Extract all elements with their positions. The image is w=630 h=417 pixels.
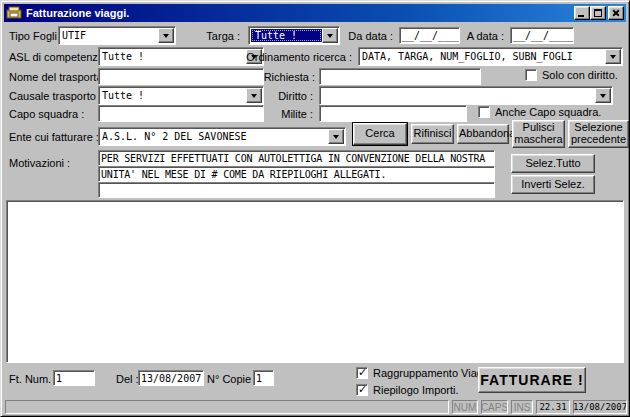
diritto-combo[interactable] xyxy=(319,86,613,105)
n-copie-input[interactable]: 1 xyxy=(253,370,274,386)
window-controls xyxy=(574,6,624,20)
motivazioni-line2-input[interactable]: UNITA' NEL MESE DI # COME DA RIEPILOGHI … xyxy=(98,166,495,182)
ft-num-label: Ft. Num. : xyxy=(9,373,57,385)
status-num: NUM xyxy=(452,400,478,414)
selezione-precedente-button[interactable]: Selezione precedente xyxy=(568,120,629,148)
status-time: 22.31 xyxy=(536,400,570,414)
milite-label: Milite : xyxy=(281,108,313,120)
minimize-button[interactable] xyxy=(574,6,590,20)
inverti-selez-button[interactable]: Inverti Selez. xyxy=(511,175,595,194)
checkbox-box[interactable] xyxy=(356,367,368,379)
tipo-fogli-combo[interactable]: UTIF xyxy=(58,26,176,45)
dropdown-arrow-icon[interactable] xyxy=(322,28,338,43)
status-date: 13/08/2007 xyxy=(573,400,627,414)
asl-label: ASL di competenza : xyxy=(9,51,110,63)
pulisci-maschera-button[interactable]: Pulisci maschera xyxy=(512,120,565,148)
dropdown-arrow-icon[interactable] xyxy=(605,49,621,64)
solo-con-diritto-label: Solo con diritto. xyxy=(542,69,618,81)
motivazioni-line1-input[interactable]: PER SERVIZI EFFETTUATI CON AUTOLETTIGA I… xyxy=(98,150,495,166)
status-panel-main xyxy=(5,400,449,414)
riepilogo-importi-checkbox[interactable]: Riepilogo Importi. xyxy=(356,384,459,396)
ente-label: Ente cui fatturare : xyxy=(9,131,99,143)
maximize-icon xyxy=(594,9,602,17)
app-icon xyxy=(6,6,22,20)
titlebar[interactable]: Fatturazione viaggi. xyxy=(4,4,626,22)
del-input[interactable]: 13/08/2007 xyxy=(138,370,204,386)
richiesta-input[interactable] xyxy=(319,68,481,85)
asl-value: Tutte ! xyxy=(102,51,245,63)
maximize-button[interactable] xyxy=(590,6,606,20)
targa-label: Targa : xyxy=(206,30,240,42)
targa-value: Tutte ! xyxy=(251,29,322,42)
anche-capo-squadra-label: Anche Capo squadra. xyxy=(495,106,601,118)
milite-input[interactable] xyxy=(319,105,467,122)
raggruppamento-viaggi-label: Raggruppamento Viaggi. xyxy=(373,367,495,379)
diritto-label: Diritto : xyxy=(278,90,313,102)
tipo-fogli-label: Tipo Fogli : xyxy=(9,30,63,42)
nome-trasportato-input[interactable] xyxy=(98,68,264,85)
ordinamento-combo[interactable]: DATA, TARGA, NUM_FOGLIO, SUBN_FOGLI xyxy=(358,47,623,66)
diritto-value xyxy=(323,90,594,102)
dropdown-arrow-icon[interactable] xyxy=(328,129,344,144)
selez-tutto-button[interactable]: Selez.Tutto xyxy=(511,154,595,173)
riepilogo-importi-label: Riepilogo Importi. xyxy=(373,384,459,396)
n-copie-label: N° Copie : xyxy=(207,373,257,385)
motivazioni-label: Motivazioni : xyxy=(9,157,70,169)
a-data-input[interactable]: __/__/____ xyxy=(510,27,574,44)
ente-value: A.S.L. N° 2 DEL SAVONESE xyxy=(102,131,327,143)
checkbox-box[interactable] xyxy=(525,69,537,81)
da-data-label: Da data : xyxy=(348,30,393,42)
ente-combo[interactable]: A.S.L. N° 2 DEL SAVONESE xyxy=(98,127,346,146)
checkbox-box[interactable] xyxy=(356,384,368,396)
status-caps: CAPS xyxy=(481,400,508,414)
da-data-input[interactable]: __/__/____ xyxy=(399,27,460,44)
checkbox-box[interactable] xyxy=(478,106,490,118)
fatturazione-viaggi-window: Fatturazione viaggi. Tipo Fogli : UTIF T… xyxy=(0,0,630,417)
del-label: Del : xyxy=(116,373,139,385)
causale-trasporto-value: Tutte ! xyxy=(102,90,245,102)
richiesta-label: Richiesta : xyxy=(264,71,315,83)
close-button[interactable] xyxy=(608,6,624,20)
dropdown-arrow-icon[interactable] xyxy=(246,88,262,103)
capo-squadra-label: Capo squadra : xyxy=(9,108,84,120)
capo-squadra-input[interactable] xyxy=(98,105,264,122)
ordinamento-value: DATA, TARGA, NUM_FOGLIO, SUBN_FOGLI xyxy=(362,51,604,63)
rifinisci-button[interactable]: Rifinisci xyxy=(411,124,454,144)
fatturare-button[interactable]: FATTURARE ! xyxy=(478,367,586,393)
abbandona-button[interactable]: Abbandona xyxy=(457,124,509,144)
motivazioni-line3-input[interactable] xyxy=(98,182,495,198)
dropdown-arrow-icon[interactable] xyxy=(595,88,611,103)
a-data-label: A data : xyxy=(467,30,504,42)
tipo-fogli-value: UTIF xyxy=(62,30,157,42)
solo-con-diritto-checkbox[interactable]: Solo con diritto. xyxy=(525,69,618,81)
anche-capo-squadra-checkbox[interactable]: Anche Capo squadra. xyxy=(478,106,601,118)
status-ins: INS xyxy=(511,400,533,414)
window-title: Fatturazione viaggi. xyxy=(26,7,574,19)
asl-combo[interactable]: Tutte ! xyxy=(98,47,264,66)
targa-combo[interactable]: Tutte ! xyxy=(248,26,340,45)
minimize-icon xyxy=(578,15,584,17)
results-list[interactable] xyxy=(6,200,624,363)
dropdown-arrow-icon[interactable] xyxy=(158,28,174,43)
causale-trasporto-combo[interactable]: Tutte ! xyxy=(98,86,264,105)
cerca-button[interactable]: Cerca xyxy=(353,123,407,145)
causale-trasporto-label: Causale trasporto : xyxy=(9,90,102,102)
ordinamento-label: Ordinamento ricerca : xyxy=(246,51,352,63)
ft-num-input[interactable]: 1 xyxy=(53,370,95,386)
raggruppamento-viaggi-checkbox[interactable]: Raggruppamento Viaggi. xyxy=(356,367,495,379)
